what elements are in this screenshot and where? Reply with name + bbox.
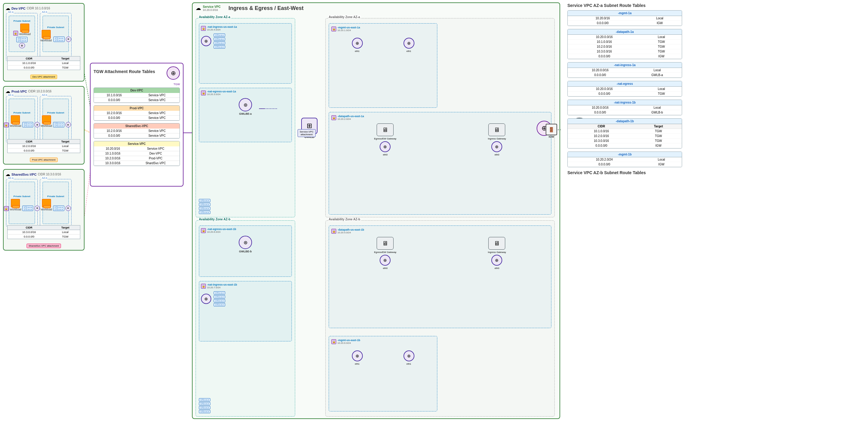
rt-card-nat-ingress-1b: -nat-ingress-1b 10.20.0.0/16Local 0.0.0.… — [567, 100, 682, 115]
dev-az-a-eni: 172.x.x.x 172.x.x.x — [16, 37, 27, 42]
prod-route-table: CIDRTarget 10.2.0.0/16Local 0.0.0.0/0TGW — [7, 139, 80, 153]
nat-egress-b-label: -nat-egress-us-east-1b — [207, 228, 236, 231]
rt-card-mgmt-1a: -mgmt-1a 10.20.0/16Local 0.0.0.0/0IGW — [567, 10, 682, 26]
dev-az-b-workload-icon — [42, 30, 51, 38]
right-rt-title-a: Service VPC AZ-a Subnet Route Tables — [567, 3, 682, 8]
ingress-gw-router-icon: ⊕ — [491, 141, 502, 152]
tgw-rt-sharedsvc-section: SharedSvc-VPC 10.2.0.0/16Service-VPC0.0.… — [94, 123, 180, 139]
dev-vpc-box: ☁ Dev-VPC CIDR 10.1.0.0/16 AZ-a Private … — [3, 3, 85, 82]
nat-ingress-a-subnet: 🔒 -nat-ingress-us-east-1a 10.20.4.0/24 ⊕… — [199, 23, 292, 84]
tgw-label: TGW — [94, 83, 180, 86]
datapath-a-cidr: 10.20.2.0/24 — [337, 118, 364, 120]
prod-attachment-label: Prod-VPC attachment — [30, 157, 58, 162]
dev-az-a-label: AZ-a — [7, 10, 14, 13]
dev-az-a-workload: Workload — [19, 24, 31, 36]
nat-ingress-a-router-icon: ⊕ — [201, 36, 211, 46]
mgmt-b-subnet: 🔒 -mgmt-us-east-1b 10.20.6.0/24 ⊕ eth1 ⊕… — [329, 336, 437, 412]
svg-line-0 — [85, 74, 91, 109]
prod-az-a-workload: Workload — [10, 115, 22, 127]
az-b-right-box: Availability Zone AZ-b 🔒 -datapath-us-ea… — [326, 220, 555, 417]
nat-egress-a-subnet: 🔒 -nat-egress-us-east-1a 10.20.3.0/24 ⊛ … — [199, 88, 292, 142]
sharedsvc-az-b-label: AZ-b — [41, 177, 48, 179]
az-a-bottom-eni: 172.x.x.x 172.x.x.x 172.x.x.x 172.x.x.x — [199, 199, 210, 214]
dev-az-a-lock-icon: 🔒 — [13, 31, 18, 36]
sharedsvc-vpc-label: SharedSvc-VPC — [11, 173, 36, 176]
prod-az-b-label: AZ-b — [41, 94, 48, 96]
prod-az-b-workload: Workload — [41, 115, 52, 127]
mgmt-a-cidr: 10.20.1.0/24 — [337, 29, 360, 32]
dev-az-b-subnet: Private Subnet Workload 172.x.x.x 172.x.… — [42, 16, 69, 52]
datapath-a-subnet: 🔒 -datapath-us-east-1a 10.20.2.0/24 🖥 Eg… — [329, 112, 551, 215]
dev-az-b-label: AZ-b — [41, 10, 48, 13]
gwlbe-a-container: ⊛ GWLBE-a — [201, 98, 290, 115]
prod-vpc-box: ☁ Prod-VPC CIDR 10.2.0.0/16 AZ-a Private… — [3, 86, 85, 164]
nat-egress-a-label: -nat-egress-us-east-1a — [207, 90, 236, 93]
az-b-left-box: Availability Zone AZ-b 🔒 -nat-egress-us-… — [195, 220, 295, 417]
rt-card-mgmt-1b-header: -mgmt-1b — [568, 152, 682, 157]
service-vpc-cidr: 10.20.0.0/16 — [203, 8, 221, 11]
sharedsvc-az-a-subnet: Private Subnet 🔒 Workload 172.x.x.x 172.… — [9, 182, 35, 224]
datapath-b-name: -datapath-us-east-1b — [337, 228, 364, 231]
prod-az-b-workload-icon — [42, 115, 51, 124]
egress-gw-label: Egress/EW Gateway — [374, 137, 397, 140]
service-vpc-cloud-icon: ☁ — [195, 5, 201, 11]
right-rt-section: Service VPC AZ-a Subnet Route Tables -mg… — [567, 3, 682, 175]
datapath-b-cidr: 10.20.5.0/24 — [337, 231, 364, 234]
prod-az-a-subnet: Private Subnet 🔒 Workload 172.x.x.x 172.… — [9, 99, 35, 140]
nat-ingress-a-eni-stack: 172.x.x.x 172.x.x.x 172.x.x.x 172.x.x.x — [214, 33, 225, 49]
gwlbe-a-icon: ⊛ — [239, 98, 252, 111]
gwlbe-b-icon: ⊛ — [239, 236, 252, 249]
sharedsvc-vpc-cidr: CIDR 10.3.0.0/16 — [38, 173, 61, 176]
az-b-right-label: Availability Zone AZ-b — [328, 218, 361, 221]
rt-card-nat-ingress-1a-header: -nat-ingress-1a — [568, 62, 682, 68]
nat-ingress-a-label: -nat-ingress-us-east-1a — [207, 25, 237, 28]
service-vpc-label: Service VPC — [203, 5, 221, 8]
tgw-rt-dev-section: Dev-VPC 10.1.0.0/16Service-VPC0.0.0.0/0S… — [94, 88, 180, 103]
sharedsvc-az-a-label: AZ-a — [7, 177, 14, 179]
dev-attachment-label: Dev-VPC attachment — [30, 74, 57, 79]
rt-card-mgmt-1a-header: -mgmt-1a — [568, 10, 682, 16]
nat-egress-b-cidr: 10.20.6.0/24 — [207, 231, 236, 233]
tgw-rt-prod-section: Prod-VPC 10.2.0.0/16Service-VPC0.0.0.0/0… — [94, 106, 180, 121]
nat-ingress-b-subnet: 🔒 -nat-ingress-us-east-1b 10.20.7.0/24 ⊕… — [199, 281, 292, 341]
eth1-label-a2: eth1 — [406, 50, 411, 53]
sharedsvc-vpc-box: ☁ SharedSvc-VPC CIDR 10.3.0.0/16 AZ-a Pr… — [3, 169, 85, 250]
tgw-icon: ⊕ — [166, 66, 180, 80]
dev-az-b-router-icon: ⊕ — [66, 36, 71, 42]
mgmt-b-cidr: 10.20.6.0/24 — [337, 342, 360, 344]
dev-az-a-workload-icon — [20, 24, 29, 32]
tgw-rt-service-section: Service-VPC 10.20.0/16Service-VPC 10.1.0… — [94, 141, 180, 166]
tgw-rt-sharedsvc-header: SharedSvc-VPC — [94, 123, 180, 129]
dev-az-b-eni: 172.x.x.x 172.x.x.x — [54, 36, 64, 42]
rt-card-datapath-1a: -datapath-1a 10.20.0.0/16Local 10.1.0.0/… — [567, 29, 682, 59]
eth1-label-a1: eth1 — [355, 50, 360, 53]
dev-az-a-subnet-label: Private Subnet — [13, 20, 30, 22]
mgmt-a-router1-icon: ⊕ — [352, 38, 363, 49]
service-vpc-title: Ingress & Egress / East-West — [228, 5, 304, 11]
sharedsvc-attachment-label: SharedSvc-VPC attachment — [27, 244, 61, 248]
svg-line-2 — [85, 169, 91, 216]
nat-egress-a-cidr: 10.20.3.0/24 — [207, 93, 236, 96]
dev-az-b-workload-label: Workload — [40, 39, 52, 42]
gwlbe-b-container: ⊛ GWLBE-b — [201, 236, 290, 253]
dev-az-a-workload-label: Workload — [19, 33, 31, 36]
igw-service-vpc: 🚪 IGW — [546, 124, 557, 138]
tgw-rt-title: TGW Attachment Route Tables — [94, 69, 155, 74]
right-rt-title-b: Service VPC AZ-b Subnet Route Tables — [567, 170, 682, 175]
dev-az-a-router-icon: ⊕ — [19, 43, 25, 48]
dev-az-b-workload: Workload — [40, 30, 52, 42]
rt-card-nat-egress-header: -nat-egress — [568, 81, 682, 87]
prod-az-a-workload-label: Workload — [10, 124, 22, 127]
sharedsvc-az-b-workload: Workload — [41, 199, 52, 211]
mgmt-a-name: -mgmt-us-east-1a — [337, 26, 360, 29]
mgmt-a-router2-icon: ⊕ — [404, 38, 414, 49]
az-a-right-box: Availability Zone AZ-a 🔒 -mgmt-us-east-1… — [326, 18, 555, 217]
prod-vpc-cidr: CIDR 10.2.0.0/16 — [28, 90, 51, 93]
sharedsvc-az-b-subnet: Private Subnet Workload 172.x.x.x 172.x.… — [42, 182, 69, 224]
prod-az-b-subnet: Private Subnet Workload 172.x.x.x 172.x.… — [42, 99, 69, 140]
tgw-rt-dev-header: Dev-VPC — [94, 88, 180, 93]
az-a-right-label: Availability Zone AZ-a — [328, 16, 361, 19]
ingress-gw-label: Ingress Gateway — [488, 137, 506, 140]
dev-az-a-subnet: Private Subnet 🔒 Workload 172.x.x.x 172.… — [9, 16, 35, 52]
igw-icon: 🚪 — [546, 124, 557, 135]
